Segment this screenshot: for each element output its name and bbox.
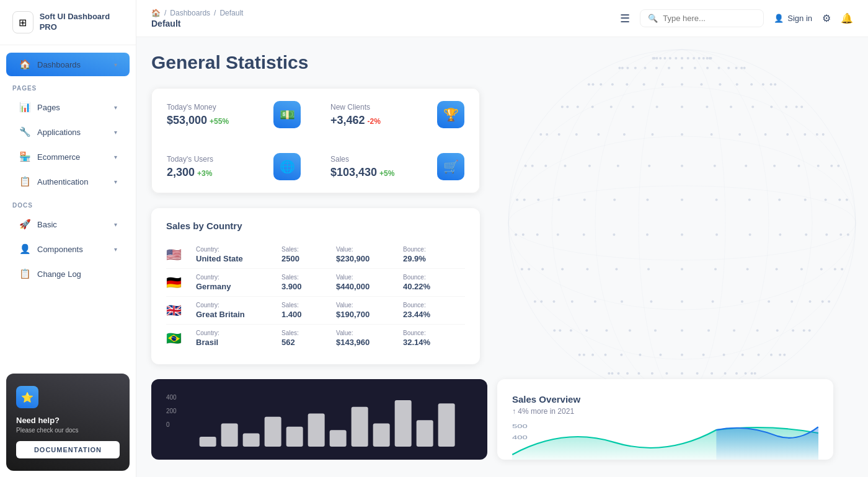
svg-point-151 <box>621 300 623 303</box>
svg-point-198 <box>626 372 629 375</box>
svg-point-176 <box>742 354 744 356</box>
overview-up-icon: ↑ <box>512 407 516 416</box>
col-value-bounce4: 32.14% <box>403 338 465 347</box>
col-label-country1: Country: <box>196 246 277 253</box>
svg-point-140 <box>528 268 530 270</box>
bounce-de: Bounce: 40.22% <box>403 274 465 291</box>
changelog-label: Change Log <box>37 269 81 279</box>
svg-point-76 <box>623 133 626 136</box>
sidebar-item-dashboards[interactable]: 🏠 Dashboards ▾ <box>6 53 130 76</box>
stat-info-clients: New Clients +3,462 -2% <box>330 103 381 127</box>
line-chart-area: 500 400 <box>512 421 818 460</box>
sales-row-us: 🇺🇸 Country: United State Sales: 2500 Val… <box>166 241 465 269</box>
col-value-value3: $190,700 <box>336 310 398 319</box>
svg-point-92 <box>588 165 591 167</box>
components-icon: 👤 <box>19 243 31 255</box>
signin-label: Sign in <box>787 14 812 23</box>
svg-point-79 <box>558 133 560 136</box>
svg-point-84 <box>817 165 820 167</box>
dashboards-icon: 🏠 <box>19 59 31 70</box>
sidebar-item-basic[interactable]: 🚀 Basic ▾ <box>6 212 130 236</box>
svg-point-134 <box>681 268 683 270</box>
svg-point-190 <box>735 372 738 375</box>
sidebar-item-components[interactable]: 👤 Components ▾ <box>6 237 130 261</box>
search-input[interactable] <box>663 14 756 23</box>
notifications-icon[interactable]: 🔔 <box>841 12 853 24</box>
svg-point-89 <box>681 165 683 167</box>
svg-point-51 <box>588 83 590 85</box>
breadcrumb-parent: Dashboards <box>170 9 210 17</box>
svg-point-166 <box>629 330 631 332</box>
svg-point-128 <box>834 268 836 270</box>
sidebar-item-applications[interactable]: 🔧 Applications ▾ <box>6 120 130 144</box>
svg-point-182 <box>620 354 622 356</box>
col-label-value2: Value: <box>336 274 398 281</box>
svg-point-174 <box>770 354 773 356</box>
svg-point-58 <box>706 105 708 108</box>
svg-point-149 <box>681 300 683 303</box>
sidebar-item-authentication[interactable]: 📋 Authentication ▾ <box>6 170 130 193</box>
svg-point-1 <box>508 186 856 260</box>
svg-point-102 <box>748 198 751 201</box>
col-value-sales1: 2500 <box>281 254 331 263</box>
svg-point-99 <box>825 198 827 201</box>
svg-point-116 <box>779 234 781 236</box>
bar-chart-card: 4002000 <box>151 379 487 460</box>
col-label-value3: Value: <box>336 302 398 309</box>
settings-icon[interactable]: ⚙ <box>822 12 831 24</box>
sidebar-item-changelog[interactable]: 📋 Change Log <box>6 262 130 286</box>
svg-point-187 <box>754 372 756 375</box>
changelog-icon: 📋 <box>19 268 31 279</box>
content-area: // This will be populated by JS below Ge… <box>136 37 868 477</box>
overview-change: ↑ 4% more in 2021 <box>512 407 818 416</box>
documentation-button[interactable]: DOCUMENTATION <box>16 441 120 458</box>
svg-point-180 <box>659 354 662 356</box>
sidebar-item-ecommerce[interactable]: 🏪 Ecommerce ▾ <box>6 145 130 168</box>
stat-card-money: Today's Money $53,000 +55% 💵 <box>151 88 316 141</box>
hamburger-menu[interactable]: ☰ <box>620 12 630 25</box>
breadcrumb-separator2: / <box>214 9 216 17</box>
col-value-bounce3: 23.44% <box>403 310 465 319</box>
svg-rect-227 <box>416 420 433 447</box>
sidebar-item-pages[interactable]: 📊 Pages ▾ <box>6 95 130 119</box>
svg-point-120 <box>646 234 649 236</box>
stat-icon-money: 💵 <box>273 101 301 128</box>
breadcrumb-separator1: / <box>164 9 166 17</box>
svg-point-56 <box>751 105 754 108</box>
svg-point-153 <box>571 300 574 303</box>
country-de: Country: Germany <box>196 274 277 291</box>
svg-point-2 <box>508 136 856 310</box>
svg-point-73 <box>711 133 713 136</box>
applications-icon: 🔧 <box>19 126 31 138</box>
svg-point-144 <box>809 300 812 303</box>
stat-icon-sales: 🛒 <box>437 153 464 180</box>
svg-point-65 <box>566 105 569 108</box>
col-value-country2: Germany <box>196 282 277 291</box>
authentication-label: Authentication <box>37 177 88 186</box>
svg-point-60 <box>656 105 658 108</box>
col-value-value1: $230,900 <box>336 254 398 263</box>
svg-point-165 <box>654 330 657 332</box>
svg-point-43 <box>700 83 702 85</box>
svg-point-186 <box>578 354 581 356</box>
user-icon: 👤 <box>774 14 784 23</box>
col-label-country2: Country: <box>196 274 277 281</box>
stats-grid: Today's Money $53,000 +55% 💵 New Clients… <box>151 88 480 193</box>
svg-point-183 <box>604 354 607 356</box>
search-box[interactable]: 🔍 <box>640 9 764 27</box>
col-label-bounce1: Bounce: <box>403 246 465 253</box>
basic-label: Basic <box>37 220 57 229</box>
flag-de: 🇩🇪 <box>166 275 191 290</box>
svg-point-0 <box>508 50 856 396</box>
svg-point-66 <box>561 105 564 108</box>
svg-point-63 <box>591 105 594 108</box>
stat-card-clients: New Clients +3,462 -2% 🏆 <box>316 88 480 141</box>
svg-point-118 <box>715 234 718 236</box>
svg-point-168 <box>585 330 588 332</box>
stat-change-clients: -2% <box>368 117 381 126</box>
signin-button[interactable]: 👤 Sign in <box>774 14 812 23</box>
col-label-value4: Value: <box>336 330 398 336</box>
stat-info-money: Today's Money $53,000 +55% <box>167 103 229 127</box>
svg-point-46 <box>643 83 645 85</box>
svg-point-200 <box>611 372 613 375</box>
